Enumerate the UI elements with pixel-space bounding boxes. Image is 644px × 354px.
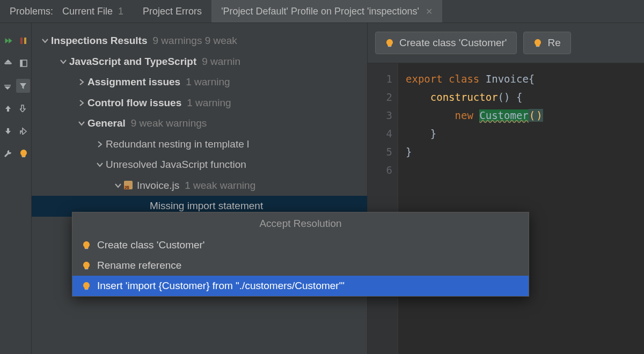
code-body[interactable]: export class Invoice{ constructor() { ne… xyxy=(398,63,644,354)
chevron-down-icon xyxy=(94,161,106,168)
close-icon[interactable]: ✕ xyxy=(426,6,433,17)
expand-button[interactable] xyxy=(2,57,14,70)
import-button[interactable] xyxy=(17,102,30,115)
tree-controlflow[interactable]: Control flow issues 1 warning xyxy=(32,93,367,114)
bulb-icon xyxy=(385,39,394,47)
editor-panel: Create class 'Customer' Re 1 2 3 4 5 6 1… xyxy=(368,23,644,354)
quickfix-bar: Create class 'Customer' Re xyxy=(368,23,644,63)
tree-redundant[interactable]: Redundant nesting in template l xyxy=(32,134,367,155)
chevron-down-icon xyxy=(76,120,87,127)
chevron-right-icon xyxy=(76,99,87,107)
layout-button[interactable] xyxy=(17,57,30,70)
chevron-down-icon xyxy=(112,182,124,189)
popup-item-rename[interactable]: Rename reference xyxy=(72,255,529,276)
popup-item-create[interactable]: Create class 'Customer' xyxy=(72,235,529,255)
tree-jsts[interactable]: JavaScript and TypeScript 9 warnin xyxy=(32,51,367,72)
tab-inspection-profile[interactable]: 'Project Default' Profile on Project 'in… xyxy=(211,0,442,23)
intention-bulb-button[interactable] xyxy=(17,147,30,160)
popup-title: Accept Resolution xyxy=(72,212,529,235)
next-button[interactable] xyxy=(2,124,14,137)
prev-button[interactable] xyxy=(2,102,14,115)
bulb-icon xyxy=(82,241,91,249)
tree-invoice-file[interactable]: Invoice.js 1 weak warning xyxy=(32,175,367,196)
js-file-icon xyxy=(124,181,134,190)
rerun-button[interactable] xyxy=(2,34,14,47)
tab-project-errors[interactable]: Project Errors xyxy=(133,0,211,23)
export-button[interactable] xyxy=(17,124,30,137)
tree-unresolved[interactable]: Unresolved JavaScript function xyxy=(32,154,367,175)
bulb-icon xyxy=(82,261,91,270)
inspection-tree-panel: Inspections Results 9 warnings 9 weak Ja… xyxy=(32,23,368,354)
tree-general[interactable]: General 9 weak warnings xyxy=(32,113,367,134)
gutter: 1 2 3 4 5 6 11 xyxy=(368,63,398,354)
filter-button[interactable] xyxy=(16,79,30,93)
chevron-right-icon xyxy=(94,141,106,148)
tab-bar: Problems: Current File 1 Project Errors … xyxy=(0,0,644,23)
other-fix-button[interactable]: Re xyxy=(523,32,570,54)
tree-assignment[interactable]: Assignment issues 1 warning xyxy=(32,72,367,93)
popup-item-insert-import[interactable]: Insert 'import {Customer} from "./custom… xyxy=(72,276,529,296)
bulb-icon xyxy=(533,39,542,47)
bulb-icon xyxy=(82,282,91,290)
create-class-button[interactable]: Create class 'Customer' xyxy=(375,32,517,54)
code-editor[interactable]: 1 2 3 4 5 6 11 export class Invoice{ con… xyxy=(368,63,644,354)
settings-button[interactable] xyxy=(2,147,14,160)
collapse-button[interactable] xyxy=(1,79,14,92)
tree-root[interactable]: Inspections Results 9 warnings 9 weak xyxy=(32,31,367,51)
chevron-right-icon xyxy=(76,78,87,86)
chevron-down-icon xyxy=(57,58,69,65)
chevron-down-icon xyxy=(39,37,51,45)
group-button[interactable] xyxy=(17,34,30,47)
tab-problems[interactable]: Problems: Current File 1 xyxy=(0,0,133,23)
resolution-popup: Accept Resolution Create class 'Customer… xyxy=(72,212,529,297)
toolbar xyxy=(0,23,32,354)
